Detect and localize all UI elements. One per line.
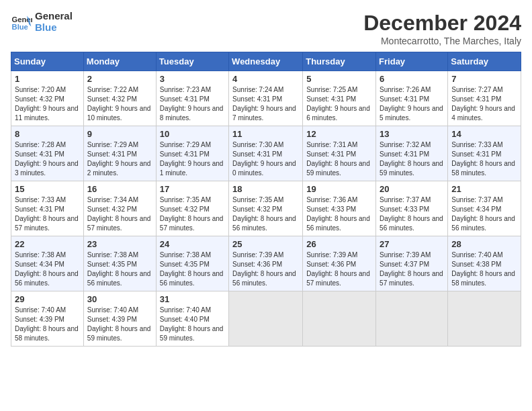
calendar-week-1: 1 Sunrise: 7:20 AM Sunset: 4:32 PM Dayli… [11, 71, 521, 126]
calendar-cell: 2 Sunrise: 7:22 AM Sunset: 4:32 PM Dayli… [83, 71, 156, 126]
sunset-label: Sunset: 4:36 PM [232, 261, 282, 268]
calendar-cell: 23 Sunrise: 7:38 AM Sunset: 4:35 PM Dayl… [83, 236, 156, 291]
weekday-header-tuesday: Tuesday [156, 52, 228, 71]
calendar-cell: 22 Sunrise: 7:38 AM Sunset: 4:34 PM Dayl… [11, 236, 84, 291]
calendar-cell [448, 291, 521, 347]
daylight-label: Daylight: 9 hours and 2 minutes. [87, 160, 151, 177]
calendar-cell: 5 Sunrise: 7:25 AM Sunset: 4:31 PM Dayli… [303, 71, 376, 126]
day-number: 30 [87, 294, 152, 304]
day-number: 28 [451, 239, 517, 249]
sunset-label: Sunset: 4:31 PM [232, 150, 282, 158]
sunrise-label: Sunrise: 7:22 AM [87, 86, 138, 93]
sunrise-label: Sunrise: 7:31 AM [306, 141, 357, 148]
month-title: December 2024 [363, 11, 521, 36]
day-info: Sunrise: 7:38 AM Sunset: 4:35 PM Dayligh… [160, 250, 225, 288]
daylight-label: Daylight: 9 hours and 4 minutes. [451, 105, 515, 122]
sunrise-label: Sunrise: 7:29 AM [87, 141, 138, 148]
sunset-label: Sunset: 4:32 PM [87, 95, 137, 103]
day-number: 22 [15, 239, 80, 249]
day-number: 10 [160, 129, 225, 139]
day-number: 11 [232, 129, 299, 139]
daylight-label: Daylight: 8 hours and 59 minutes. [380, 160, 443, 177]
day-number: 14 [451, 129, 517, 139]
logo-icon: General Blue [11, 11, 32, 33]
day-number: 29 [15, 294, 80, 304]
sunset-label: Sunset: 4:39 PM [87, 316, 137, 323]
day-info: Sunrise: 7:35 AM Sunset: 4:32 PM Dayligh… [160, 195, 225, 233]
sunrise-label: Sunrise: 7:40 AM [15, 306, 66, 314]
daylight-label: Daylight: 8 hours and 58 minutes. [451, 270, 515, 287]
calendar-cell [303, 291, 376, 347]
sunrise-label: Sunrise: 7:29 AM [160, 141, 211, 148]
logo-line2: Blue [35, 22, 73, 34]
sunrise-label: Sunrise: 7:30 AM [232, 141, 283, 148]
day-info: Sunrise: 7:38 AM Sunset: 4:34 PM Dayligh… [15, 250, 80, 288]
sunset-label: Sunset: 4:31 PM [451, 150, 501, 158]
daylight-label: Daylight: 8 hours and 57 minutes. [87, 215, 151, 232]
sunrise-label: Sunrise: 7:40 AM [160, 306, 211, 314]
day-info: Sunrise: 7:27 AM Sunset: 4:31 PM Dayligh… [451, 85, 517, 123]
day-number: 17 [160, 184, 225, 194]
calendar-week-2: 8 Sunrise: 7:28 AM Sunset: 4:31 PM Dayli… [11, 126, 521, 181]
calendar-cell: 27 Sunrise: 7:39 AM Sunset: 4:37 PM Dayl… [376, 236, 448, 291]
calendar-week-5: 29 Sunrise: 7:40 AM Sunset: 4:39 PM Dayl… [11, 291, 521, 347]
day-info: Sunrise: 7:22 AM Sunset: 4:32 PM Dayligh… [87, 85, 152, 123]
daylight-label: Daylight: 9 hours and 0 minutes. [232, 160, 296, 177]
sunrise-label: Sunrise: 7:24 AM [232, 86, 283, 93]
weekday-header-monday: Monday [83, 52, 156, 71]
sunset-label: Sunset: 4:33 PM [380, 205, 429, 213]
day-info: Sunrise: 7:30 AM Sunset: 4:31 PM Dayligh… [232, 140, 299, 178]
sunrise-label: Sunrise: 7:37 AM [380, 196, 431, 203]
sunset-label: Sunset: 4:31 PM [87, 150, 137, 158]
sunrise-label: Sunrise: 7:32 AM [380, 141, 431, 148]
day-number: 23 [87, 239, 152, 249]
day-info: Sunrise: 7:25 AM Sunset: 4:31 PM Dayligh… [306, 85, 372, 123]
sunrise-label: Sunrise: 7:39 AM [232, 251, 283, 259]
calendar-cell: 21 Sunrise: 7:37 AM Sunset: 4:34 PM Dayl… [448, 181, 521, 236]
sunrise-label: Sunrise: 7:26 AM [380, 86, 431, 93]
sunrise-label: Sunrise: 7:38 AM [87, 251, 138, 259]
daylight-label: Daylight: 9 hours and 8 minutes. [160, 105, 224, 122]
calendar-cell: 29 Sunrise: 7:40 AM Sunset: 4:39 PM Dayl… [11, 291, 84, 347]
sunrise-label: Sunrise: 7:25 AM [306, 86, 357, 93]
weekday-header-thursday: Thursday [303, 52, 376, 71]
day-info: Sunrise: 7:39 AM Sunset: 4:36 PM Dayligh… [306, 250, 372, 288]
calendar-cell: 9 Sunrise: 7:29 AM Sunset: 4:31 PM Dayli… [83, 126, 156, 181]
daylight-label: Daylight: 8 hours and 56 minutes. [380, 215, 443, 232]
day-info: Sunrise: 7:39 AM Sunset: 4:36 PM Dayligh… [232, 250, 299, 288]
calendar-cell: 24 Sunrise: 7:38 AM Sunset: 4:35 PM Dayl… [156, 236, 228, 291]
day-info: Sunrise: 7:31 AM Sunset: 4:31 PM Dayligh… [306, 140, 372, 178]
weekday-header-wednesday: Wednesday [229, 52, 303, 71]
sunset-label: Sunset: 4:34 PM [15, 261, 64, 268]
daylight-label: Daylight: 8 hours and 57 minutes. [380, 270, 443, 287]
calendar-cell: 13 Sunrise: 7:32 AM Sunset: 4:31 PM Dayl… [376, 126, 448, 181]
sunset-label: Sunset: 4:40 PM [160, 316, 210, 323]
day-number: 6 [380, 74, 444, 84]
calendar: SundayMondayTuesdayWednesdayThursdayFrid… [11, 52, 521, 347]
sunrise-label: Sunrise: 7:28 AM [15, 141, 66, 148]
day-info: Sunrise: 7:34 AM Sunset: 4:32 PM Dayligh… [87, 195, 152, 233]
calendar-cell: 8 Sunrise: 7:28 AM Sunset: 4:31 PM Dayli… [11, 126, 84, 181]
sunrise-label: Sunrise: 7:33 AM [451, 141, 502, 148]
day-number: 25 [232, 239, 299, 249]
day-info: Sunrise: 7:26 AM Sunset: 4:31 PM Dayligh… [380, 85, 444, 123]
calendar-week-4: 22 Sunrise: 7:38 AM Sunset: 4:34 PM Dayl… [11, 236, 521, 291]
logo-line1: General [35, 11, 73, 22]
daylight-label: Daylight: 8 hours and 59 minutes. [87, 325, 151, 342]
calendar-cell: 25 Sunrise: 7:39 AM Sunset: 4:36 PM Dayl… [229, 236, 303, 291]
sunrise-label: Sunrise: 7:35 AM [160, 196, 211, 203]
sunrise-label: Sunrise: 7:33 AM [15, 196, 66, 203]
sunset-label: Sunset: 4:31 PM [306, 95, 356, 103]
sunrise-label: Sunrise: 7:38 AM [15, 251, 66, 259]
day-info: Sunrise: 7:39 AM Sunset: 4:37 PM Dayligh… [380, 250, 444, 288]
day-info: Sunrise: 7:40 AM Sunset: 4:39 PM Dayligh… [15, 306, 80, 343]
day-number: 12 [306, 129, 372, 139]
calendar-cell: 11 Sunrise: 7:30 AM Sunset: 4:31 PM Dayl… [229, 126, 303, 181]
sunrise-label: Sunrise: 7:36 AM [306, 196, 357, 203]
daylight-label: Daylight: 8 hours and 56 minutes. [87, 270, 151, 287]
calendar-cell: 15 Sunrise: 7:33 AM Sunset: 4:31 PM Dayl… [11, 181, 84, 236]
sunset-label: Sunset: 4:35 PM [87, 261, 137, 268]
day-info: Sunrise: 7:40 AM Sunset: 4:38 PM Dayligh… [451, 250, 517, 288]
day-number: 15 [15, 184, 80, 194]
day-number: 31 [160, 294, 225, 304]
